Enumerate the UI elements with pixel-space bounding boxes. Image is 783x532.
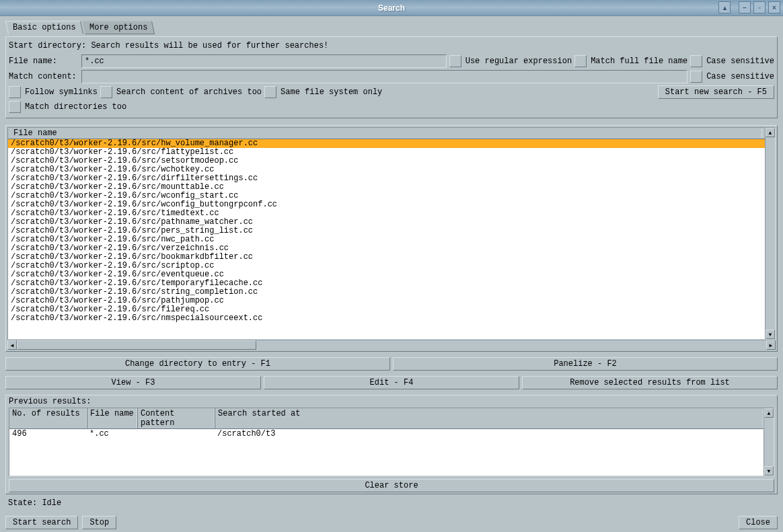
status-label: State: bbox=[8, 498, 37, 508]
follow-symlinks-checkbox[interactable] bbox=[9, 86, 21, 98]
maximize-icon[interactable]: ▫ bbox=[753, 1, 766, 13]
results-header-filename[interactable]: File name bbox=[11, 128, 762, 138]
follow-symlinks-label: Follow symlinks bbox=[25, 87, 98, 97]
clear-store-button[interactable]: Clear store bbox=[9, 479, 774, 492]
filename-input[interactable] bbox=[81, 54, 447, 68]
previous-results-title: Previous results: bbox=[9, 397, 774, 406]
case-name-checkbox[interactable] bbox=[690, 55, 702, 67]
remove-results-button[interactable]: Remove selected results from list bbox=[522, 376, 778, 389]
match-content-input[interactable] bbox=[81, 70, 687, 83]
results-vertical-scrollbar[interactable]: ▲ ▼ bbox=[765, 128, 775, 339]
change-directory-button[interactable]: Change directory to entry - F1 bbox=[5, 357, 390, 371]
archives-label: Search content of archives too bbox=[116, 87, 262, 97]
window-titlebar: Search ▴ – ▫ × bbox=[0, 0, 783, 16]
tab-more-options[interactable]: More options bbox=[81, 21, 155, 34]
scroll-left-icon[interactable]: ◀ bbox=[7, 340, 17, 350]
minimize-icon[interactable]: – bbox=[739, 1, 751, 13]
same-fs-label: Same file system only bbox=[281, 87, 382, 97]
tab-basic-options[interactable]: Basic options bbox=[5, 21, 83, 34]
view-button[interactable]: View - F3 bbox=[5, 376, 261, 389]
prev-header-started[interactable]: Search started at bbox=[215, 408, 763, 428]
result-row[interactable]: /scratch0/t3/worker-2.19.6/src/nmspecial… bbox=[8, 314, 765, 323]
case-name-label: Case sensitive bbox=[706, 56, 774, 66]
scroll-right-icon[interactable]: ▶ bbox=[766, 340, 776, 350]
start-new-search-button[interactable]: Start new search - F5 bbox=[658, 85, 774, 99]
prev-cell-started: /scratch0/t3 bbox=[215, 429, 763, 439]
prev-result-row[interactable]: 496 *.cc /scratch0/t3 bbox=[9, 429, 763, 439]
case-content-label: Case sensitive bbox=[706, 72, 774, 81]
prev-header-pattern[interactable]: Content pattern bbox=[137, 408, 215, 428]
fullname-label: Match full file name bbox=[591, 56, 687, 66]
panelize-button[interactable]: Panelize - F2 bbox=[393, 357, 778, 371]
close-icon[interactable]: × bbox=[768, 1, 780, 13]
scroll-down-icon[interactable]: ▼ bbox=[764, 466, 774, 476]
results-horizontal-scrollbar[interactable]: ◀ ▶ bbox=[7, 340, 776, 350]
regex-label: Use regular expression bbox=[465, 56, 572, 66]
match-dirs-label: Match directories too bbox=[25, 102, 126, 112]
prev-vertical-scrollbar[interactable]: ▲ ▼ bbox=[763, 408, 774, 476]
scroll-up-icon[interactable]: ▲ bbox=[766, 128, 775, 137]
prev-header-filename[interactable]: File name bbox=[87, 408, 137, 428]
case-content-checkbox[interactable] bbox=[690, 71, 702, 83]
edit-button[interactable]: Edit - F4 bbox=[264, 376, 519, 389]
prev-cell-count: 496 bbox=[9, 429, 87, 439]
match-dirs-checkbox[interactable] bbox=[9, 101, 21, 113]
start-search-button[interactable]: Start search bbox=[5, 516, 78, 529]
prev-cell-pattern bbox=[137, 429, 215, 439]
scroll-up-icon[interactable]: ▲ bbox=[764, 408, 774, 418]
archives-checkbox[interactable] bbox=[100, 86, 112, 98]
close-button[interactable]: Close bbox=[739, 516, 778, 529]
filename-label: File name: bbox=[9, 56, 79, 66]
fullname-checkbox[interactable] bbox=[574, 55, 587, 67]
start-directory-info: Start directory: Search results will be … bbox=[9, 41, 774, 50]
scroll-down-icon[interactable]: ▼ bbox=[766, 330, 775, 339]
status-value: Idle bbox=[42, 498, 61, 508]
prev-cell-filename: *.cc bbox=[87, 429, 137, 439]
rollup-button[interactable]: ▴ bbox=[718, 1, 731, 13]
prev-header-count[interactable]: No. of results bbox=[9, 408, 87, 428]
regex-checkbox[interactable] bbox=[449, 55, 461, 67]
window-title: Search bbox=[378, 3, 405, 13]
match-content-label: Match content: bbox=[9, 72, 79, 81]
same-fs-checkbox[interactable] bbox=[264, 86, 276, 98]
stop-button[interactable]: Stop bbox=[82, 516, 116, 529]
